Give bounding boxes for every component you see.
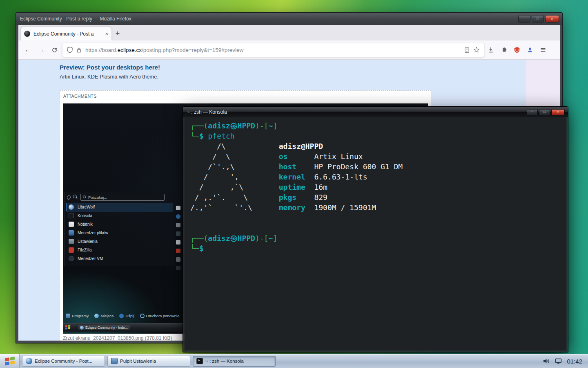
app-icon [176,214,180,219]
close-button[interactable]: × [551,109,565,115]
settings-icon [69,239,74,244]
minimize-button[interactable]: ─ [518,15,530,22]
footer-sleep: Uśpij [119,314,134,318]
taskbar: Eclipse Community - Post... Pulpit Ustaw… [0,354,588,368]
lock-icon[interactable] [76,47,82,53]
konsole-window: ~ : zsh — Konsola ─ □ × ┌──(adisz㉿HPPD)-… [183,106,568,352]
menu-item-settings: Ustawienia [66,237,173,246]
attachments-label: ATTACHMENTS [60,91,431,99]
blank-line [190,213,566,223]
minimize-icon: ─ [531,110,534,114]
pfetch-line: /.,'` `'.\memory1900M / 15901M [190,202,566,213]
search-placeholder: Poszukaj... [88,195,107,200]
browser-icon [26,358,32,364]
app-icon [176,266,180,270]
volume-icon[interactable] [543,358,550,364]
taskbar-task-browser[interactable]: Eclipse Community - Post... [22,356,105,367]
notepad-icon [69,222,74,227]
preview-title: Preview: Post your desktops here! [60,64,160,71]
maximize-button[interactable]: □ [532,15,544,22]
konsole-window-controls: ─ □ × [527,109,565,115]
prompt-line: ┌──(adisz㉿HPPD)-[~] [190,233,566,243]
app-icon [176,206,180,210]
places-icon [94,314,99,318]
close-icon: × [557,110,559,114]
footer-places: Miejsca [94,314,114,318]
taskbar-task-konsole[interactable]: ~ : zsh — Konsola [193,356,276,367]
pin-icon [66,195,71,200]
screenshot-search-input: Poszukaj... [80,194,165,201]
pfetch-line: / ',kernel6.6.63-1-lts [190,172,566,182]
forward-button[interactable]: → [35,43,48,56]
taskbar-task-settings[interactable]: Pulpit Ustawienia [107,356,190,367]
menu-item-librewolf: LibreWolf [66,203,173,211]
downloads-button[interactable] [485,44,497,56]
back-button[interactable]: ← [22,43,35,56]
bookmark-star-button[interactable] [473,47,480,53]
attachment-filename[interactable]: Zrzut ekranu_20241207_013850.png (378.81… [63,335,172,341]
close-button[interactable]: × [545,15,559,22]
preview-body: Artix Linux. KDE Plasma with Aero theme. [60,74,158,80]
firefox-window-controls: ─ □ × [518,15,559,22]
file-manager-icon [69,230,74,236]
filezilla-icon [69,247,74,253]
maximize-button[interactable]: □ [539,109,550,115]
extensions-button[interactable] [498,44,510,56]
start-button[interactable] [0,354,20,368]
screenshot-search-row: Poszukaj... [65,192,175,202]
konsole-titlebar[interactable]: ~ : zsh — Konsola ─ □ × [183,107,568,117]
tab-bar: Eclipse Community - Post a × + [18,25,560,40]
clock[interactable]: 01:42 [567,358,582,365]
screenshot-start-menu: Poszukaj... LibreWolf Konsola Notatnik M… [64,192,175,266]
tracking-shield-icon[interactable] [67,47,73,53]
display-icon[interactable] [555,358,562,364]
url-domain: eclipse.cx [118,47,142,53]
task-label: Eclipse Community - Post... [35,359,92,364]
ublock-origin-button[interactable] [511,44,523,56]
browser-icon [80,326,84,330]
app-icon [176,240,180,245]
menu-item-vm-manager: Menedżer VM [66,254,173,263]
footer-programs: Programy [66,314,89,318]
url-path: /posting.php?mode=reply&t=159#preview [142,47,243,53]
minimize-button[interactable]: ─ [527,109,538,115]
pfetch-line: / \osArtix Linux [190,151,566,162]
terminal[interactable]: ┌──(adisz㉿HPPD)-[~] └─$pfetch /\adisz@HP… [185,117,566,350]
maximize-icon: □ [537,17,539,21]
blank-line [190,223,566,233]
search-icon [83,195,86,199]
menu-button[interactable] [537,44,549,56]
url-text: https://board.eclipse.cx/posting.php?mod… [85,47,461,53]
minimize-icon: ─ [523,17,526,21]
account-button[interactable] [524,44,536,56]
app-icon [176,231,180,236]
restart-icon [140,314,145,318]
firefox-window-title: Eclipse Community - Post a reply — Mozil… [20,16,131,22]
app-icon [176,223,180,227]
tab-favicon-eclipse [24,31,30,37]
menu-item-notatnik: Notatnik [66,220,173,229]
hamburger-icon [540,47,546,53]
reader-mode-button[interactable] [464,47,470,53]
menu-item-konsola: Konsola [66,211,173,220]
settings-icon [111,358,118,364]
vm-manager-icon [69,256,74,261]
tab-close-icon[interactable]: × [105,31,108,37]
sleep-icon [119,314,124,318]
url-bar[interactable]: https://board.eclipse.cx/posting.php?mod… [62,43,484,57]
firefox-titlebar[interactable]: Eclipse Community - Post a reply — Mozil… [16,13,562,25]
footer-restart: Uruchom ponownie [140,314,180,318]
pfetch-line: / ,.'`. \pkgs829 [190,192,566,202]
new-tab-button[interactable]: + [111,27,124,40]
screenshot-task-button: Eclipse Community - Inde... [78,325,130,331]
command-text: pfetch [208,132,235,140]
reload-button[interactable] [48,43,61,56]
task-label: Pulpit Ustawienia [120,359,156,364]
windows-flag-icon [5,357,15,365]
prompt-line: ┌──(adisz㉿HPPD)-[~] [190,121,566,131]
tab-eclipse-community[interactable]: Eclipse Community - Post a × [21,27,111,40]
menu-item-file-manager: Menedżer plików [66,229,173,237]
prompt-line: └─$ [190,243,566,254]
menu-item-filezilla: FileZilla [66,246,173,254]
app-icon [176,249,180,253]
